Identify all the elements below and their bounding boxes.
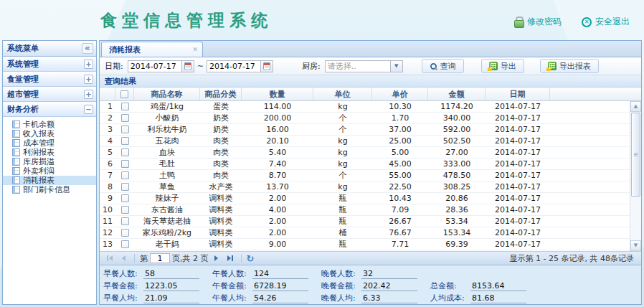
table-row[interactable]: 6毛肚肉类7.40kg45.00333.002014-07-17 bbox=[100, 159, 630, 170]
cell-filler bbox=[550, 239, 630, 250]
row-checkbox[interactable] bbox=[121, 126, 129, 133]
table-row[interactable]: 13老干妈调料类9.00瓶7.7169.392014-07-17 bbox=[100, 239, 630, 250]
column-header-unit[interactable]: 单位 bbox=[313, 88, 372, 100]
date-separator: ~ bbox=[197, 62, 204, 71]
summary-column-2: 晚餐人数:32晚餐金额:202.42晚餐人均:6.33 bbox=[321, 268, 430, 304]
refresh-icon[interactable]: ↻ bbox=[247, 254, 255, 263]
table-row[interactable]: 4五花肉肉类20.10kg25.00502.502014-07-17 bbox=[100, 136, 630, 147]
vertical-scrollbar[interactable]: ▲ ▼ bbox=[630, 101, 641, 251]
report-icon bbox=[12, 176, 20, 184]
search-button[interactable]: 查询 bbox=[422, 59, 464, 73]
sidebar-collapse-icon[interactable]: « bbox=[82, 43, 93, 54]
collapse-icon[interactable]: − bbox=[84, 105, 93, 114]
date-from-input[interactable] bbox=[128, 60, 182, 72]
tab-bar: 消耗报表 ✕ bbox=[100, 41, 641, 57]
summary-label: 午餐人均: bbox=[212, 293, 252, 303]
column-header-date[interactable]: 日期 bbox=[486, 88, 550, 100]
date-to-input[interactable] bbox=[207, 60, 261, 72]
select-all-column-header bbox=[115, 88, 134, 100]
row-checkbox[interactable] bbox=[121, 114, 129, 122]
cell-date: 2014-07-17 bbox=[486, 101, 550, 112]
table-row[interactable]: 12家乐鸡粉/2kg调料类2.00桶76.67153.342014-07-17 bbox=[100, 227, 630, 239]
sidebar-section-0[interactable]: 系统管理+ bbox=[3, 57, 96, 72]
date-from-calendar-icon[interactable] bbox=[182, 60, 194, 72]
cell-amount: 27.00 bbox=[428, 147, 486, 158]
cell-price: 55.00 bbox=[372, 170, 428, 181]
scroll-up-button[interactable]: ▲ bbox=[630, 101, 641, 112]
next-page-button[interactable] bbox=[211, 253, 222, 264]
row-checkbox[interactable] bbox=[121, 160, 129, 168]
cell-unit: kg bbox=[313, 147, 372, 158]
summary-value: 54.26 bbox=[252, 293, 308, 303]
select-all-checkbox[interactable] bbox=[120, 90, 128, 98]
row-checkbox[interactable] bbox=[121, 206, 129, 214]
expand-icon[interactable]: + bbox=[84, 90, 93, 99]
sidebar-section-1[interactable]: 食堂管理+ bbox=[3, 72, 96, 87]
cell-amount: 53.34 bbox=[428, 216, 486, 227]
first-page-button[interactable] bbox=[104, 253, 115, 264]
sidebar-section-2[interactable]: 超市管理+ bbox=[3, 87, 96, 102]
table-row[interactable]: 9辣妹子调料类2.00瓶10.4320.862014-07-17 bbox=[100, 193, 630, 204]
kitchen-dropdown-icon[interactable]: ▼ bbox=[391, 60, 403, 72]
row-number-column-header bbox=[100, 88, 115, 100]
last-page-button[interactable] bbox=[224, 253, 236, 264]
row-checkbox[interactable] bbox=[121, 137, 129, 145]
column-header-name[interactable]: 商品名称 bbox=[134, 88, 200, 100]
table-row[interactable]: 14海藻盐调料类20.00袋2.5050.002014-07-17 bbox=[100, 250, 630, 251]
row-checkbox[interactable] bbox=[121, 194, 129, 202]
column-header-amount[interactable]: 金额 bbox=[428, 88, 486, 100]
row-checkbox-cell bbox=[115, 216, 134, 227]
export-button[interactable]: 导出 bbox=[481, 59, 524, 73]
table-row[interactable]: 11海天草菇老抽调料类2.00瓶26.6753.342014-07-17 bbox=[100, 216, 630, 227]
cell-name: 五花肉 bbox=[134, 136, 200, 146]
summary-label: 人均成本: bbox=[430, 293, 470, 303]
logout-link[interactable]: ✕ 安全退出 bbox=[582, 16, 630, 28]
row-checkbox[interactable] bbox=[121, 103, 129, 110]
kitchen-select-input[interactable] bbox=[325, 60, 391, 72]
table-row[interactable]: 3利乐枕牛奶奶类16.00个37.00592.002014-07-17 bbox=[100, 124, 630, 136]
expand-icon[interactable]: + bbox=[84, 75, 93, 84]
report-icon bbox=[12, 158, 20, 166]
cell-quantity: 200.00 bbox=[242, 113, 313, 123]
table-row[interactable]: 7土鸭肉类8.70个55.00478.502014-07-17 bbox=[100, 170, 630, 181]
cell-name: 土鸭 bbox=[134, 170, 200, 181]
cell-filler bbox=[550, 147, 630, 158]
export-report-button[interactable]: 导出报表 bbox=[540, 59, 599, 73]
date-to-calendar-icon[interactable] bbox=[261, 60, 273, 72]
table-row[interactable]: 8草鱼水产类13.70kg22.50308.252014-07-17 bbox=[100, 181, 630, 193]
cell-filler bbox=[550, 159, 630, 169]
pagination-divider bbox=[134, 254, 135, 263]
row-checkbox[interactable] bbox=[121, 183, 129, 191]
table-row[interactable]: 1鸡蛋/1kg蛋类114.00kg10.301174.202014-07-17 bbox=[100, 101, 630, 113]
column-header-price[interactable]: 单价 bbox=[372, 88, 428, 100]
change-password-link[interactable]: 修改密码 bbox=[514, 16, 562, 28]
cell-category: 蛋类 bbox=[200, 101, 242, 112]
page-number-input[interactable] bbox=[150, 253, 170, 263]
tab-close-icon[interactable]: ✕ bbox=[192, 46, 198, 53]
scrollbar-thumb[interactable] bbox=[631, 113, 640, 197]
sidebar-item[interactable]: 部门刷卡信息 bbox=[3, 185, 96, 194]
cell-name: 利乐枕牛奶 bbox=[134, 124, 200, 135]
summary-label: 午餐金额: bbox=[212, 280, 252, 291]
row-checkbox[interactable] bbox=[121, 217, 129, 225]
report-icon bbox=[12, 139, 20, 147]
table-row[interactable]: 10东古酱油调料类4.00瓶7.0928.362014-07-17 bbox=[100, 204, 630, 216]
section-label: 财务分析 bbox=[7, 104, 39, 115]
tab-consumption-report[interactable]: 消耗报表 ✕ bbox=[101, 42, 203, 57]
row-checkbox[interactable] bbox=[121, 240, 129, 248]
table-row[interactable]: 2小酸奶奶类200.00个1.70340.002014-07-17 bbox=[100, 113, 630, 124]
row-checkbox[interactable] bbox=[121, 148, 129, 156]
sidebar-section-3[interactable]: 财务分析− bbox=[3, 102, 96, 117]
cell-quantity: 9.00 bbox=[242, 239, 313, 250]
prev-page-button[interactable] bbox=[118, 253, 129, 264]
expand-icon[interactable]: + bbox=[84, 60, 93, 69]
column-header-category[interactable]: 商品分类 bbox=[200, 88, 242, 100]
row-checkbox[interactable] bbox=[121, 229, 129, 237]
results-grid: 商品名称商品分类数量单位单价金额日期 1鸡蛋/1kg蛋类114.00kg10.3… bbox=[100, 88, 641, 251]
row-checkbox-cell bbox=[115, 193, 134, 204]
scroll-down-button[interactable]: ▼ bbox=[630, 240, 641, 251]
cell-filler bbox=[550, 250, 630, 251]
table-row[interactable]: 5血块肉类5.40kg5.0027.002014-07-17 bbox=[100, 147, 630, 159]
column-header-quantity[interactable]: 数量 bbox=[242, 88, 313, 100]
row-checkbox[interactable] bbox=[121, 171, 129, 179]
